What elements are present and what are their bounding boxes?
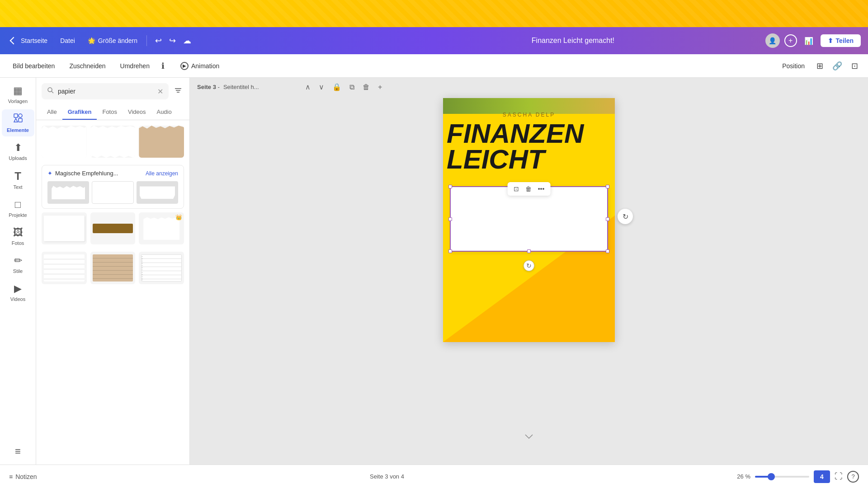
notes-label: Notizen <box>15 473 37 480</box>
search-results: ✦ Magische Empfehlung... Alle anzeigen <box>36 120 189 465</box>
paper-result-6[interactable]: 👑 <box>139 212 184 244</box>
grid-button[interactable]: ⊞ <box>814 59 826 73</box>
element-delete-button[interactable]: 🗑 <box>523 184 534 194</box>
tab-alle[interactable]: Alle <box>42 105 62 120</box>
paper-result-5[interactable] <box>90 212 136 244</box>
svg-rect-1 <box>19 114 22 117</box>
share-label: Teilen <box>836 37 854 44</box>
tab-grafiken[interactable]: Grafiken <box>62 105 97 120</box>
user-avatar[interactable]: 👤 <box>765 33 780 48</box>
magic-paper-icon-2 <box>96 184 129 201</box>
page-delete-button[interactable]: 🗑 <box>360 82 372 93</box>
edit-image-button[interactable]: Bild bearbeiten <box>7 60 60 72</box>
help-button[interactable]: ? <box>847 471 859 483</box>
stile-label: Stile <box>13 268 23 274</box>
rotate-handle[interactable]: ↻ <box>524 260 534 271</box>
canvas-paper-element[interactable]: ↻ <box>450 186 608 252</box>
crop-right-button[interactable]: ⊡ <box>849 59 861 73</box>
filter-button[interactable] <box>172 84 184 98</box>
tab-audio[interactable]: Audio <box>151 105 177 120</box>
search-icon <box>47 87 54 96</box>
sidebar-item-stile[interactable]: ✏ Stile <box>2 251 34 277</box>
vorlagen-label: Vorlagen <box>8 99 28 104</box>
sidebar-item-text[interactable]: T Text <box>2 166 34 193</box>
magic-item-2[interactable] <box>92 181 133 204</box>
undo-button[interactable]: ↩ <box>152 34 165 47</box>
videos-icon: ▶ <box>14 283 22 295</box>
element-copy-button[interactable]: ⊡ <box>511 184 521 194</box>
selection-handle-tr[interactable] <box>606 185 609 188</box>
add-collaborator-button[interactable]: + <box>784 34 797 47</box>
main-header: Startseite Datei 🌟 Größe ändern ↩ ↪ ☁ Fi… <box>0 27 868 54</box>
redo-button[interactable]: ↪ <box>166 34 179 47</box>
share-button[interactable]: ⬆ Teilen <box>821 34 861 47</box>
tab-videos[interactable]: Videos <box>123 105 151 120</box>
page-title-input[interactable] <box>223 84 299 90</box>
magic-item-1[interactable] <box>47 181 89 204</box>
zoom-percent: 26 % <box>737 473 750 480</box>
tab-fotos[interactable]: Fotos <box>97 105 123 120</box>
search-panel: ✕ Alle Grafiken Fotos Videos Audio <box>36 78 190 465</box>
element-more-button[interactable]: ••• <box>536 184 547 194</box>
paper-result-2[interactable] <box>90 126 136 158</box>
selection-handle-tl[interactable] <box>448 185 452 188</box>
paper-result-8[interactable] <box>90 252 136 284</box>
selection-handle-ml[interactable] <box>448 217 452 221</box>
home-label: Startseite <box>21 37 47 44</box>
home-button[interactable]: Startseite <box>7 35 51 46</box>
paper-result-4[interactable] <box>42 212 87 244</box>
show-all-button[interactable]: Alle anzeigen <box>146 170 178 177</box>
resize-button[interactable]: 🌟 Größe ändern <box>84 35 141 46</box>
sidebar-item-elemente[interactable]: Elemente <box>2 109 34 136</box>
paper-sq-icon <box>44 216 85 241</box>
page-lock-button[interactable]: 🔒 <box>330 81 344 93</box>
results-grid-2: 👑 <box>42 212 184 244</box>
zoom-slider[interactable] <box>755 476 809 478</box>
header-center: Finanzen Leicht gemacht! <box>386 37 760 45</box>
sidebar-item-videos[interactable]: ▶ Videos <box>2 279 34 305</box>
position-button[interactable]: Position <box>777 60 810 72</box>
animation-button[interactable]: ▶ Animation <box>175 59 225 73</box>
paper-result-3[interactable] <box>139 126 184 158</box>
sidebar-item-projekte[interactable]: □ Projekte <box>2 195 34 221</box>
page-copy-button[interactable]: ⧉ <box>347 82 357 93</box>
file-menu-button[interactable]: Datei <box>57 35 79 46</box>
page-collapse-up-button[interactable]: ∧ <box>303 81 313 93</box>
paper-result-9[interactable] <box>139 252 184 284</box>
info-button[interactable]: ℹ <box>159 59 167 73</box>
crop-button[interactable]: Zuschneiden <box>64 60 111 72</box>
link-button[interactable]: 🔗 <box>830 59 845 73</box>
results-grid-3 <box>42 252 184 284</box>
element-selection-toolbar: ⊡ 🗑 ••• <box>508 182 551 196</box>
flip-button[interactable]: Umdrehen <box>115 60 155 72</box>
selection-handle-bm[interactable] <box>527 249 531 253</box>
fullscreen-button[interactable]: ⛶ <box>835 472 843 481</box>
page-collapse-down-button[interactable]: ∨ <box>316 81 326 93</box>
search-input[interactable] <box>58 88 154 95</box>
stile-icon: ✏ <box>14 255 22 267</box>
sidebar-item-uploads[interactable]: ⬆ Uploads <box>2 138 34 164</box>
page-count-indicator: 4 <box>814 470 830 483</box>
page-add-button[interactable]: + <box>376 82 384 93</box>
page-scroll-indicator[interactable] <box>524 433 533 441</box>
selection-handle-bl[interactable] <box>448 249 452 253</box>
canvas-rotate-floating-button[interactable]: ↻ <box>618 209 633 224</box>
clear-search-button[interactable]: ✕ <box>157 87 163 96</box>
status-bar-right: 26 % 4 ⛶ ? <box>737 470 859 483</box>
notes-button[interactable]: ≡ Notizen <box>9 473 37 480</box>
sidebar-item-fotos[interactable]: 🖼 Fotos <box>2 223 34 249</box>
top-bar-pattern <box>0 0 868 27</box>
selection-handle-br[interactable] <box>606 249 609 253</box>
paper-result-7[interactable] <box>42 252 87 284</box>
sidebar-item-vorlagen[interactable]: ▦ Vorlagen <box>2 81 34 108</box>
selection-handle-mr[interactable] <box>606 217 609 221</box>
resize-icon: 🌟 <box>88 37 95 44</box>
svg-rect-0 <box>14 114 18 117</box>
sidebar-item-patterns[interactable]: ≡ <box>2 442 34 461</box>
patterns-icon: ≡ <box>15 446 21 457</box>
zoom-slider-thumb[interactable] <box>768 473 775 480</box>
paper-result-1[interactable] <box>42 126 87 158</box>
magic-item-3[interactable] <box>137 181 178 204</box>
cloud-save-button[interactable]: ☁ <box>180 34 194 47</box>
analytics-button[interactable]: 📊 <box>802 35 816 47</box>
